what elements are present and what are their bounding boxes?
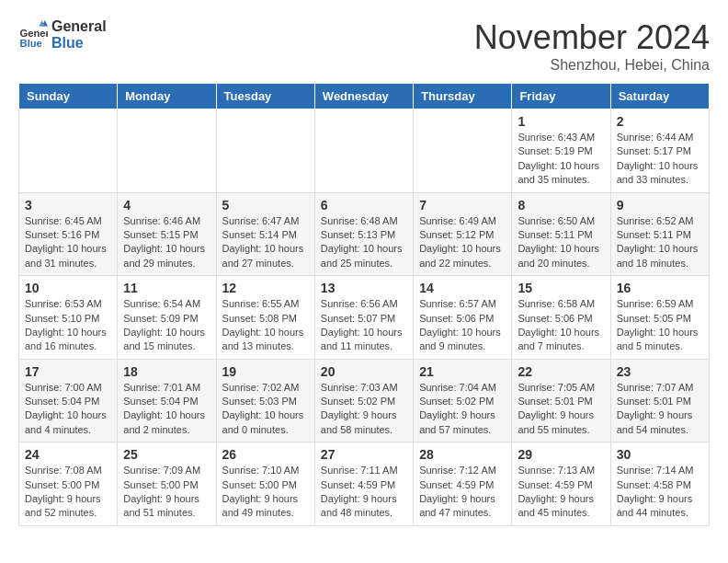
- calendar-cell: 8Sunrise: 6:50 AM Sunset: 5:11 PM Daylig…: [512, 192, 610, 276]
- calendar-cell: 20Sunrise: 7:03 AM Sunset: 5:02 PM Dayli…: [314, 359, 413, 442]
- day-number: 20: [321, 364, 407, 379]
- day-info: Sunrise: 7:00 AM Sunset: 5:04 PM Dayligh…: [25, 381, 111, 438]
- day-number: 24: [25, 447, 111, 462]
- calendar-cell: 15Sunrise: 6:58 AM Sunset: 5:06 PM Dayli…: [512, 276, 610, 360]
- day-info: Sunrise: 7:02 AM Sunset: 5:03 PM Dayligh…: [222, 381, 309, 438]
- day-info: Sunrise: 6:50 AM Sunset: 5:11 PM Dayligh…: [518, 214, 604, 271]
- day-info: Sunrise: 7:09 AM Sunset: 5:00 PM Dayligh…: [123, 464, 210, 521]
- day-info: Sunrise: 7:03 AM Sunset: 5:02 PM Dayligh…: [321, 381, 407, 438]
- day-number: 19: [222, 364, 309, 379]
- calendar-cell: 10Sunrise: 6:53 AM Sunset: 5:10 PM Dayli…: [19, 276, 118, 360]
- calendar-cell: 18Sunrise: 7:01 AM Sunset: 5:04 PM Dayli…: [118, 359, 216, 442]
- calendar-cell: 1Sunrise: 6:43 AM Sunset: 5:19 PM Daylig…: [512, 109, 610, 193]
- day-info: Sunrise: 7:04 AM Sunset: 5:02 PM Dayligh…: [419, 381, 506, 438]
- calendar-body: 1Sunrise: 6:43 AM Sunset: 5:19 PM Daylig…: [19, 109, 710, 526]
- calendar-cell: 13Sunrise: 6:56 AM Sunset: 5:07 PM Dayli…: [314, 276, 413, 360]
- calendar-cell: 6Sunrise: 6:48 AM Sunset: 5:13 PM Daylig…: [314, 192, 413, 276]
- week-row-4: 17Sunrise: 7:00 AM Sunset: 5:04 PM Dayli…: [19, 359, 710, 442]
- calendar-cell: 29Sunrise: 7:13 AM Sunset: 4:59 PM Dayli…: [512, 442, 610, 526]
- day-number: 28: [419, 447, 506, 462]
- day-info: Sunrise: 6:48 AM Sunset: 5:13 PM Dayligh…: [321, 214, 407, 271]
- day-number: 26: [222, 447, 309, 462]
- weekday-sunday: Sunday: [19, 84, 118, 109]
- day-info: Sunrise: 6:55 AM Sunset: 5:08 PM Dayligh…: [222, 297, 309, 354]
- week-row-2: 3Sunrise: 6:45 AM Sunset: 5:16 PM Daylig…: [19, 192, 710, 276]
- weekday-tuesday: Tuesday: [216, 84, 314, 109]
- calendar-cell: 5Sunrise: 6:47 AM Sunset: 5:14 PM Daylig…: [216, 192, 314, 276]
- calendar-cell: 9Sunrise: 6:52 AM Sunset: 5:11 PM Daylig…: [610, 192, 709, 276]
- day-info: Sunrise: 7:01 AM Sunset: 5:04 PM Dayligh…: [123, 381, 210, 438]
- day-info: Sunrise: 7:08 AM Sunset: 5:00 PM Dayligh…: [25, 464, 111, 521]
- week-row-5: 24Sunrise: 7:08 AM Sunset: 5:00 PM Dayli…: [19, 442, 710, 526]
- day-number: 11: [123, 281, 210, 295]
- day-info: Sunrise: 6:46 AM Sunset: 5:15 PM Dayligh…: [123, 214, 210, 271]
- calendar-cell: [118, 109, 216, 193]
- calendar-cell: 14Sunrise: 6:57 AM Sunset: 5:06 PM Dayli…: [414, 276, 512, 360]
- day-info: Sunrise: 6:57 AM Sunset: 5:06 PM Dayligh…: [419, 297, 506, 354]
- weekday-saturday: Saturday: [610, 84, 709, 109]
- day-info: Sunrise: 6:52 AM Sunset: 5:11 PM Dayligh…: [617, 214, 703, 271]
- week-row-1: 1Sunrise: 6:43 AM Sunset: 5:19 PM Daylig…: [19, 109, 710, 193]
- day-info: Sunrise: 6:59 AM Sunset: 5:05 PM Dayligh…: [617, 297, 703, 354]
- calendar-table: SundayMondayTuesdayWednesdayThursdayFrid…: [18, 83, 710, 526]
- weekday-header-row: SundayMondayTuesdayWednesdayThursdayFrid…: [19, 84, 710, 109]
- calendar-cell: 12Sunrise: 6:55 AM Sunset: 5:08 PM Dayli…: [216, 276, 314, 360]
- day-info: Sunrise: 7:12 AM Sunset: 4:59 PM Dayligh…: [419, 464, 506, 521]
- day-number: 3: [25, 198, 111, 213]
- logo-general: General: [51, 18, 107, 35]
- calendar-cell: 17Sunrise: 7:00 AM Sunset: 5:04 PM Dayli…: [19, 359, 118, 442]
- day-info: Sunrise: 7:05 AM Sunset: 5:01 PM Dayligh…: [518, 381, 604, 438]
- day-number: 16: [617, 281, 703, 295]
- day-number: 4: [123, 198, 210, 213]
- title-section: November 2024 Shenzhou, Hebei, China: [474, 18, 710, 74]
- calendar-cell: 21Sunrise: 7:04 AM Sunset: 5:02 PM Dayli…: [414, 359, 512, 442]
- day-info: Sunrise: 6:54 AM Sunset: 5:09 PM Dayligh…: [123, 297, 210, 354]
- logo-blue: Blue: [51, 35, 107, 52]
- day-info: Sunrise: 6:44 AM Sunset: 5:17 PM Dayligh…: [617, 131, 703, 188]
- day-info: Sunrise: 7:07 AM Sunset: 5:01 PM Dayligh…: [617, 381, 703, 438]
- svg-text:Blue: Blue: [20, 38, 42, 49]
- day-info: Sunrise: 6:45 AM Sunset: 5:16 PM Dayligh…: [25, 214, 111, 271]
- logo-icon: General Blue: [18, 20, 48, 50]
- calendar-header: SundayMondayTuesdayWednesdayThursdayFrid…: [19, 84, 710, 109]
- logo: General Blue General Blue: [18, 18, 107, 52]
- calendar-cell: 22Sunrise: 7:05 AM Sunset: 5:01 PM Dayli…: [512, 359, 610, 442]
- day-info: Sunrise: 6:56 AM Sunset: 5:07 PM Dayligh…: [321, 297, 407, 354]
- day-number: 25: [123, 447, 210, 462]
- day-info: Sunrise: 6:58 AM Sunset: 5:06 PM Dayligh…: [518, 297, 604, 354]
- day-number: 22: [518, 364, 604, 379]
- day-number: 30: [617, 447, 703, 462]
- day-number: 27: [321, 447, 407, 462]
- calendar-cell: 16Sunrise: 6:59 AM Sunset: 5:05 PM Dayli…: [610, 276, 709, 360]
- day-info: Sunrise: 7:14 AM Sunset: 4:58 PM Dayligh…: [617, 464, 703, 521]
- day-info: Sunrise: 6:47 AM Sunset: 5:14 PM Dayligh…: [222, 214, 309, 271]
- day-number: 9: [617, 198, 703, 213]
- day-number: 12: [222, 281, 309, 295]
- calendar-cell: 26Sunrise: 7:10 AM Sunset: 5:00 PM Dayli…: [216, 442, 314, 526]
- day-number: 8: [518, 198, 604, 213]
- calendar-cell: 3Sunrise: 6:45 AM Sunset: 5:16 PM Daylig…: [19, 192, 118, 276]
- calendar-cell: 23Sunrise: 7:07 AM Sunset: 5:01 PM Dayli…: [610, 359, 709, 442]
- day-info: Sunrise: 6:43 AM Sunset: 5:19 PM Dayligh…: [518, 131, 604, 188]
- calendar-cell: 30Sunrise: 7:14 AM Sunset: 4:58 PM Dayli…: [610, 442, 709, 526]
- page-header: General Blue General Blue November 2024 …: [18, 18, 710, 74]
- weekday-monday: Monday: [118, 84, 216, 109]
- calendar-cell: 11Sunrise: 6:54 AM Sunset: 5:09 PM Dayli…: [118, 276, 216, 360]
- calendar-cell: 25Sunrise: 7:09 AM Sunset: 5:00 PM Dayli…: [118, 442, 216, 526]
- location: Shenzhou, Hebei, China: [474, 57, 710, 74]
- calendar-cell: 19Sunrise: 7:02 AM Sunset: 5:03 PM Dayli…: [216, 359, 314, 442]
- calendar-cell: 28Sunrise: 7:12 AM Sunset: 4:59 PM Dayli…: [414, 442, 512, 526]
- day-number: 18: [123, 364, 210, 379]
- week-row-3: 10Sunrise: 6:53 AM Sunset: 5:10 PM Dayli…: [19, 276, 710, 360]
- day-number: 23: [617, 364, 703, 379]
- day-number: 10: [25, 281, 111, 295]
- month-title: November 2024: [474, 18, 710, 57]
- day-info: Sunrise: 6:49 AM Sunset: 5:12 PM Dayligh…: [419, 214, 506, 271]
- calendar-cell: 7Sunrise: 6:49 AM Sunset: 5:12 PM Daylig…: [414, 192, 512, 276]
- weekday-friday: Friday: [512, 84, 610, 109]
- day-info: Sunrise: 7:10 AM Sunset: 5:00 PM Dayligh…: [222, 464, 309, 521]
- day-number: 21: [419, 364, 506, 379]
- day-info: Sunrise: 7:13 AM Sunset: 4:59 PM Dayligh…: [518, 464, 604, 521]
- day-number: 2: [617, 114, 703, 129]
- day-number: 17: [25, 364, 111, 379]
